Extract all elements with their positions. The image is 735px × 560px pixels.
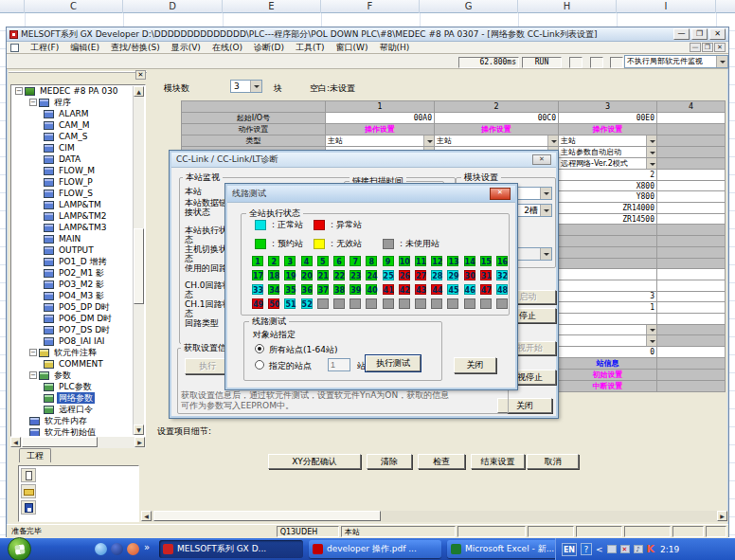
- tree-item-PO2_M1 影[interactable]: PO2_M1 影: [11, 267, 145, 279]
- tree-item-参数[interactable]: −参数: [11, 370, 145, 381]
- tree-item-LAMP&TM3[interactable]: LAMP&TM3: [11, 222, 145, 233]
- param-cell-r16c4[interactable]: [657, 280, 726, 291]
- param-cell-r3c3[interactable]: 主站: [559, 135, 657, 147]
- dialog-close-button[interactable]: 关闭: [454, 357, 496, 373]
- tree-item-CIM[interactable]: CIM: [11, 142, 145, 154]
- save-file-button[interactable]: [21, 500, 36, 515]
- scroll-right-icon[interactable]: ▶: [134, 437, 145, 447]
- param-cell-r9c3[interactable]: ZR14000: [559, 203, 657, 214]
- volume-icon[interactable]: ♪: [634, 545, 643, 553]
- param-cell-r8c4[interactable]: [657, 191, 726, 203]
- param-cell-r20c3[interactable]: [559, 324, 657, 335]
- tree-expand-icon[interactable]: −: [29, 371, 37, 379]
- chevron-down-icon[interactable]: [716, 56, 727, 67]
- menu-显示V[interactable]: 显示(V): [166, 42, 206, 54]
- specified-station-radio[interactable]: [255, 360, 264, 370]
- tree-item-软元件内存[interactable]: 软元件内存: [11, 415, 145, 426]
- param-cell-r4c3[interactable]: 主站参数自动启动: [559, 147, 657, 158]
- start-button[interactable]: [8, 537, 31, 560]
- all-stations-radio[interactable]: [255, 344, 264, 353]
- param-cell-r22c4[interactable]: [657, 347, 726, 358]
- tree-item-ALARM[interactable]: ALARM: [11, 108, 145, 119]
- help-tray-icon[interactable]: ?: [581, 543, 592, 555]
- menu-查找替换S[interactable]: 查找/替换(S): [105, 42, 166, 54]
- scroll-left-icon[interactable]: ◀: [10, 437, 21, 447]
- close-button[interactable]: ✕: [709, 28, 726, 40]
- param-cell-r23c3[interactable]: 站信息: [559, 357, 657, 369]
- param-cell-r19c3[interactable]: [559, 313, 657, 324]
- tree-item-软元件初始值[interactable]: 软元件初始值: [11, 426, 145, 437]
- tree-item-PO4_M3 影[interactable]: PO4_M3 影: [11, 290, 145, 301]
- param-cell-r16c3[interactable]: [559, 280, 657, 291]
- param-cell-r17c4[interactable]: [657, 291, 726, 302]
- footer-button-清除[interactable]: 清除: [367, 454, 412, 469]
- monitor-mode-dropdown[interactable]: 不执行局部软元件监视: [624, 55, 728, 68]
- new-file-button[interactable]: [21, 468, 36, 482]
- scrollbar-thumb[interactable]: [153, 511, 381, 521]
- excel-header-D[interactable]: D: [123, 0, 223, 13]
- tree-item-FLOW_S[interactable]: FLOW_S: [11, 188, 145, 199]
- language-indicator[interactable]: EN: [562, 543, 577, 556]
- param-cell-r17c3[interactable]: 3: [559, 291, 657, 302]
- close-icon[interactable]: ✕: [490, 188, 511, 200]
- tree-horizontal-scrollbar[interactable]: ◀ ▶: [10, 437, 146, 448]
- param-cell-r15c3[interactable]: [559, 269, 657, 280]
- child-restore-button[interactable]: ❐: [702, 43, 713, 52]
- project-tab[interactable]: 工程: [19, 448, 51, 462]
- scroll-right-icon[interactable]: ▶: [717, 511, 727, 521]
- desktop-icon[interactable]: [111, 543, 123, 555]
- tree-item-网络参数[interactable]: 网络参数: [11, 392, 145, 404]
- menu-诊断D[interactable]: 诊断(D): [248, 42, 290, 54]
- main-horizontal-scrollbar[interactable]: ◀ ▶: [141, 511, 728, 522]
- param-cell-r2c1[interactable]: 操作设置: [326, 124, 435, 135]
- param-cell-r2c3[interactable]: 操作设置: [559, 124, 657, 135]
- param-cell-r3c2[interactable]: 主站: [435, 135, 559, 147]
- panel-grip[interactable]: [9, 71, 147, 81]
- scroll-down-icon[interactable]: ▼: [134, 425, 144, 435]
- param-cell-r7c3[interactable]: X800: [559, 180, 657, 191]
- param-cell-r15c4[interactable]: [657, 269, 726, 280]
- chevron-down-icon[interactable]: [250, 81, 261, 92]
- task-button-2[interactable]: developer 操作.pdf ...: [309, 540, 441, 558]
- tray-collapse-icon[interactable]: <: [596, 545, 603, 554]
- dialog-titlebar[interactable]: 线路测试 ✕: [227, 186, 515, 203]
- browser-icon[interactable]: [95, 543, 107, 555]
- scrollbar-thumb[interactable]: [22, 437, 98, 447]
- param-cell-r1c4[interactable]: [657, 113, 726, 124]
- excel-header-F[interactable]: F: [321, 0, 420, 13]
- menu-帮助H[interactable]: 帮助(H): [373, 42, 415, 54]
- param-cell-r8c3[interactable]: Y800: [559, 191, 657, 203]
- antivirus-icon[interactable]: K: [647, 543, 655, 555]
- tree-item-PO1_D 增拷[interactable]: PO1_D 增拷: [11, 256, 145, 267]
- tree-item-MEDEC #8 PA 030[interactable]: −MEDEC #8 PA 030: [11, 85, 145, 97]
- child-minimize-button[interactable]: —: [690, 43, 701, 52]
- footer-button-XY分配确认[interactable]: XY分配确认: [268, 454, 361, 469]
- param-cell-r25c3[interactable]: 中断设置: [559, 380, 657, 391]
- chevron-down-icon[interactable]: [547, 135, 558, 146]
- module-count-dropdown[interactable]: 3: [230, 80, 262, 93]
- tree-item-PO6_DM D时[interactable]: PO6_DM D时: [11, 313, 145, 324]
- tree-item-LAMP&TM2[interactable]: LAMP&TM2: [11, 210, 145, 222]
- tree-item-PLC参数[interactable]: PLC参数: [11, 381, 145, 392]
- quick-launch-more-icon[interactable]: »: [144, 542, 150, 552]
- footer-button-取消[interactable]: 取消: [527, 454, 579, 469]
- tree-item-CAM_S[interactable]: CAM_S: [11, 131, 145, 142]
- panel-close-icon[interactable]: ✕: [135, 70, 146, 80]
- tree-item-PO8_IAI IAI[interactable]: PO8_IAI IAI: [11, 335, 145, 347]
- display-tray-icon[interactable]: [607, 545, 617, 553]
- excel-header-G[interactable]: G: [420, 0, 518, 13]
- station-number-input[interactable]: [328, 358, 350, 371]
- execute-test-button[interactable]: 执行测试: [366, 355, 421, 371]
- param-cell-r22c3[interactable]: 0: [559, 347, 657, 358]
- param-cell-r9c4[interactable]: [657, 203, 726, 214]
- minimize-button[interactable]: —: [673, 28, 690, 40]
- tree-expand-icon[interactable]: −: [29, 349, 37, 356]
- menu-工具T[interactable]: 工具(T): [290, 42, 331, 54]
- chevron-down-icon[interactable]: [540, 205, 551, 216]
- excel-header-E[interactable]: E: [223, 0, 321, 13]
- param-cell-r10c4[interactable]: [657, 213, 726, 225]
- tree-item-远程口令[interactable]: 远程口令: [11, 404, 145, 415]
- param-cell-r6c3[interactable]: 2: [559, 170, 657, 181]
- tree-item-FLOW_M[interactable]: FLOW_M: [11, 165, 145, 176]
- scroll-left-icon[interactable]: ◀: [141, 511, 152, 521]
